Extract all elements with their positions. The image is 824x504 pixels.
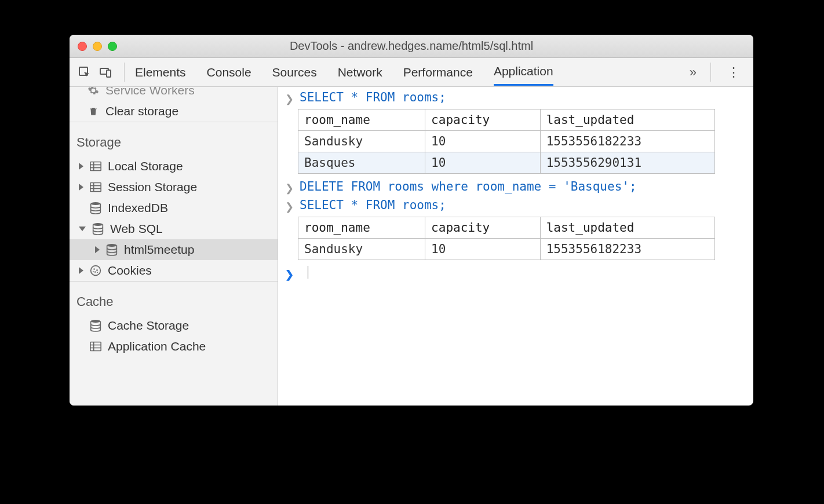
toolbar-divider [710,63,711,82]
tab-console[interactable]: Console [207,65,251,85]
panel-tabs: Elements Console Sources Network Perform… [135,59,681,86]
tab-sources[interactable]: Sources [272,65,317,85]
expand-icon [95,246,100,253]
sidebar-item-service-workers[interactable]: Service Workers [70,87,278,101]
devtools-window: DevTools - andrew.hedges.name/html5/sql.… [70,35,753,406]
settings-menu-button[interactable]: ⋮ [721,65,746,80]
device-toggle-icon[interactable] [97,64,114,81]
text-cursor [308,266,308,279]
gear-icon [87,87,100,97]
table-cell: Sandusky [298,239,425,260]
svg-point-17 [94,271,96,273]
sql-console: ❯ SELECT * FROM rooms; room_name capacit… [278,87,753,406]
expand-icon [79,184,83,191]
sidebar-item-label: Cookies [108,264,152,277]
table-cell: Basques [298,152,425,174]
sidebar-item-web-sql[interactable]: Web SQL [70,218,278,239]
sidebar-item-cookies[interactable]: Cookies [70,260,278,281]
sql-prompt[interactable]: ❯ [282,266,748,281]
svg-point-15 [93,268,95,270]
window-title: DevTools - andrew.hedges.name/html5/sql.… [70,39,753,53]
prompt-active-icon: ❯ [285,268,294,281]
column-header: room_name [298,217,425,239]
tab-elements[interactable]: Elements [135,65,186,85]
sidebar-section-cache: Cache [70,281,278,315]
column-header: last_updated [540,217,714,239]
svg-rect-21 [90,342,101,351]
sidebar-item-label: Session Storage [108,180,197,194]
storage-grid-icon [89,181,102,193]
query-block-2: ❯ SELECT * FROM rooms; room_name capacit… [282,198,748,260]
sidebar-item-web-sql-db[interactable]: html5meetup [70,239,278,260]
table-row: Basques 10 1553556290131 [298,152,715,174]
toolbar-divider [124,63,125,82]
svg-point-14 [91,266,101,276]
svg-point-19 [93,271,94,272]
titlebar: DevTools - andrew.hedges.name/html5/sql.… [70,35,753,58]
result-table-2: room_name capacity last_updated Sandusky… [298,217,715,260]
table-cell: 10 [425,152,541,174]
sidebar-item-label: IndexedDB [108,201,168,215]
tab-network[interactable]: Network [338,65,382,85]
sidebar-item-label: Cache Storage [108,319,189,333]
database-icon [105,243,118,256]
expand-icon [79,163,83,170]
table-cell: Sandusky [298,131,425,152]
svg-point-13 [107,244,117,247]
query-block-1: ❯ DELETE FROM rooms where room_name = 'B… [282,180,748,195]
svg-rect-7 [90,183,101,192]
storage-grid-icon [89,340,102,353]
database-icon [89,202,102,214]
table-cell: 10 [425,131,541,152]
prompt-executed-icon: ❯ [285,182,294,195]
sidebar-item-clear-storage[interactable]: Clear storage [70,101,278,122]
table-cell: 1553556182233 [540,131,714,152]
sidebar-item-application-cache[interactable]: Application Cache [70,336,278,357]
svg-point-11 [91,202,101,205]
table-cell: 1553556290131 [540,152,714,174]
storage-grid-icon [89,160,102,173]
trash-icon [87,105,100,118]
table-cell: 1553556182233 [540,239,714,260]
database-icon [89,319,102,332]
database-icon [92,222,104,235]
sidebar-item-label: Local Storage [108,159,183,173]
svg-rect-2 [107,70,111,77]
sidebar-item-label: html5meetup [124,243,194,257]
column-header: room_name [298,109,425,131]
sql-statement: SELECT * FROM rooms; [300,90,446,104]
expand-icon [79,267,83,274]
svg-point-16 [96,269,98,271]
sidebar-item-local-storage[interactable]: Local Storage [70,156,278,177]
devtools-toolbar: Elements Console Sources Network Perform… [70,58,753,87]
sidebar-item-cache-storage[interactable]: Cache Storage [70,315,278,336]
sidebar-item-label: Service Workers [105,87,195,97]
table-row: Sandusky 10 1553556182233 [298,131,715,152]
sql-statement: DELETE FROM rooms where room_name = 'Bas… [300,180,637,193]
svg-rect-3 [90,162,101,171]
query-block-0: ❯ SELECT * FROM rooms; room_name capacit… [282,90,748,174]
more-tabs-button[interactable]: » [686,65,700,80]
table-row: Sandusky 10 1553556182233 [298,239,715,260]
sidebar-item-label: Web SQL [110,222,163,236]
sidebar-item-label: Application Cache [108,339,206,353]
sidebar-section-storage: Storage [70,122,278,156]
collapse-icon [79,227,86,231]
inspect-element-icon[interactable] [76,64,93,81]
svg-point-18 [97,272,99,273]
column-header: last_updated [540,109,714,131]
column-header: capacity [425,109,541,131]
column-header: capacity [425,217,541,239]
tab-application[interactable]: Application [494,64,553,86]
table-cell: 10 [425,239,541,260]
sidebar-item-session-storage[interactable]: Session Storage [70,177,278,198]
svg-point-12 [93,223,103,226]
tab-performance[interactable]: Performance [403,65,473,85]
sql-statement: SELECT * FROM rooms; [300,198,446,212]
prompt-executed-icon: ❯ [285,93,294,105]
sidebar-item-indexeddb[interactable]: IndexedDB [70,198,278,218]
panel-body: Service Workers Clear storage Storage Lo… [70,87,753,406]
result-table-0: room_name capacity last_updated Sandusky… [298,109,715,174]
prompt-executed-icon: ❯ [285,200,294,213]
sidebar-item-label: Clear storage [105,104,178,118]
